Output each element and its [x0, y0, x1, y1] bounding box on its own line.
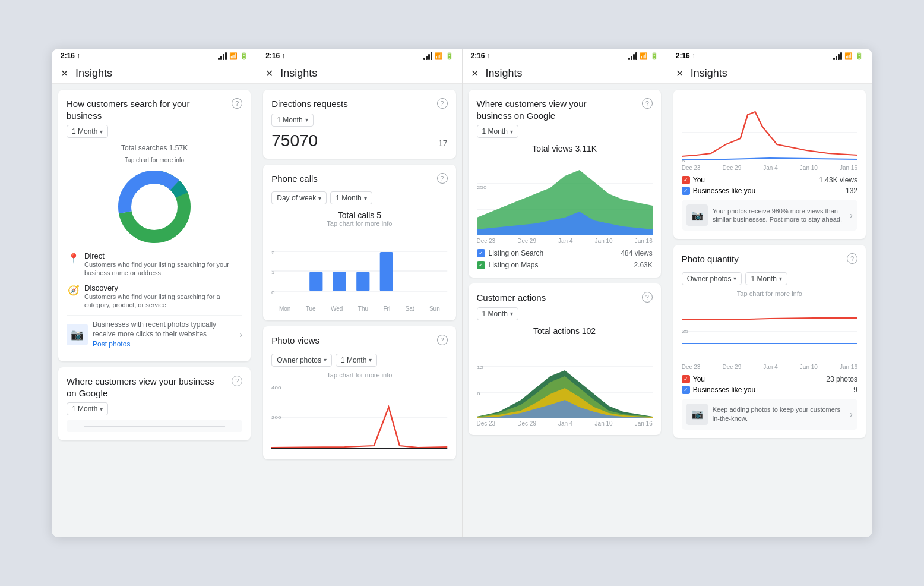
promo-row[interactable]: 📷 Businesses with recent photos typicall… [67, 315, 242, 353]
donut-tap: Tap chart for more info [125, 157, 184, 163]
you-checkbox-photos[interactable]: ✓ [682, 375, 690, 383]
customer-actions-filter[interactable]: 1 Month ▾ [477, 307, 518, 320]
photo-quantity-help[interactable]: ? [847, 253, 857, 264]
header-2: ✕ Insights [257, 62, 461, 84]
views-google-title: Where customers view your business on Go… [477, 98, 607, 121]
legend-discovery: 🧭 Discovery Customers who find your list… [67, 283, 242, 310]
svg-text:250: 250 [477, 185, 486, 190]
wifi-icon-2: 📶 [435, 52, 443, 60]
header-title-3: Insights [486, 67, 523, 80]
directions-value-row: 75070 17 [271, 131, 447, 150]
pq-month-arrow: ▾ [779, 275, 782, 282]
search-legend-row: ✓ Listing on Search 484 views [477, 249, 653, 257]
actions-date-axis: Dec 23 Dec 29 Jan 4 Jan 10 Jan 16 [477, 420, 653, 427]
directions-help-icon[interactable]: ? [437, 98, 448, 109]
search-help-icon[interactable]: ? [232, 98, 242, 109]
photo-tip-row[interactable]: 📷 Your photos receive 980% more views th… [682, 200, 857, 231]
search-checkbox[interactable]: ✓ [477, 249, 485, 257]
phone-calls-filter1[interactable]: Day of week ▾ [271, 191, 327, 204]
biz-check-photos: ✓ Businesses like you [682, 386, 755, 394]
search-card-header: How customers search for your business ? [67, 98, 242, 121]
svg-text:6: 6 [477, 390, 480, 396]
promo-content: Businesses with recent photos typically … [93, 320, 235, 348]
close-button-3[interactable]: ✕ [471, 68, 479, 79]
pq-dec29: Dec 29 [723, 364, 742, 370]
directions-filter[interactable]: 1 Month ▾ [271, 114, 313, 127]
phone-calls-title: Phone calls [271, 173, 318, 185]
dropdown-arrow-dir: ▾ [305, 116, 308, 123]
close-button-4[interactable]: ✕ [676, 68, 683, 79]
close-button-2[interactable]: ✕ [265, 68, 273, 79]
svg-rect-11 [309, 272, 322, 291]
maps-checkbox[interactable]: ✓ [477, 261, 485, 269]
photo-views-filters: Owner photos ▾ 1 Month ▾ [271, 350, 447, 367]
discovery-icon: 🧭 [68, 285, 80, 296]
time-4: 2:16 ↑ [676, 52, 695, 60]
phone-calls-filter2[interactable]: 1 Month ▾ [330, 191, 372, 204]
phone-calls-card: Phone calls ? Day of week ▾ 1 Month ▾ To… [263, 165, 455, 321]
customer-actions-help[interactable]: ? [642, 292, 653, 303]
photo-quantity-filter1[interactable]: Owner photos ▾ [682, 272, 742, 285]
act-dec29: Dec 29 [517, 420, 536, 427]
directions-value: 75070 [271, 131, 318, 150]
biz-checkbox-views[interactable]: ✓ [682, 187, 690, 195]
biz-value-photos: 9 [853, 386, 857, 394]
phone-calls-chart: 0 1 2 [271, 232, 447, 303]
phone-calls-help-icon[interactable]: ? [437, 173, 448, 184]
search-legend-left: ✓ Listing on Search [477, 249, 544, 257]
panel-4: 2:16 ↑ 📶 🔋 ✕ Insights [667, 49, 872, 537]
act-jan10: Jan 10 [595, 420, 613, 427]
day-tue: Tue [306, 305, 316, 312]
photo-tip-icon: 📷 [686, 204, 708, 226]
status-bar-2: 2:16 ↑ 📶 🔋 [257, 49, 461, 62]
svg-text:25: 25 [682, 328, 688, 333]
preview-line [84, 426, 225, 427]
views-google-help[interactable]: ? [642, 98, 653, 109]
date-dec29: Dec 29 [517, 238, 536, 244]
photo-views-filter1[interactable]: Owner photos ▾ [271, 354, 332, 367]
header-title-1: Insights [75, 67, 112, 80]
photo-views-card: Photo views ? Owner photos ▾ 1 Month ▾ T… [263, 326, 455, 459]
phone-calls-total: Total calls 5 [271, 210, 447, 220]
search-filter-dropdown[interactable]: 1 Month ▾ [67, 125, 108, 138]
close-button-1[interactable]: ✕ [61, 68, 68, 79]
photo-quantity-tap: Tap chart for more info [682, 290, 857, 297]
status-icons-4: 📶 🔋 [833, 52, 863, 60]
wifi-icon-1: 📶 [229, 52, 238, 60]
photo-views-help-icon[interactable]: ? [437, 335, 448, 345]
photo-views-filter2[interactable]: 1 Month ▾ [336, 354, 377, 367]
photo-tip-row-2[interactable]: 📷 Keep adding photos to keep your custom… [682, 399, 857, 430]
you-row-photos: ✓ You 23 photos [682, 375, 857, 383]
biz-value-views: 132 [846, 187, 857, 195]
where-view-filter-bottom[interactable]: 1 Month ▾ [67, 402, 108, 415]
biz-label-photos: Businesses like you [693, 386, 755, 394]
search-legend-label: Listing on Search [489, 249, 544, 257]
biz-checkbox-photos[interactable]: ✓ [682, 386, 690, 394]
customer-actions-header: Customer actions ? [477, 292, 653, 304]
promo-link[interactable]: Post photos [93, 340, 235, 348]
views-area-chart: 0 250 [477, 158, 653, 235]
where-view-help-bottom[interactable]: ? [232, 376, 242, 386]
day-sat: Sat [406, 305, 414, 312]
photo-quantity-chart: 25 [682, 302, 857, 361]
time-3: 2:16 ↑ [471, 52, 491, 60]
direct-desc: Customers who find your listing searchin… [84, 260, 241, 278]
you-check-mark-views: ✓ [683, 177, 688, 183]
donut-total: Total searches 1.57K [121, 144, 188, 152]
pc-dec29: Dec 29 [723, 165, 742, 171]
where-view-header-bottom: Where customers view your business on Go… [67, 376, 242, 399]
you-checkbox-views[interactable]: ✓ [682, 176, 690, 184]
day-mon: Mon [279, 305, 290, 312]
battery-icon-2: 🔋 [445, 52, 454, 60]
you-label-photos: You [693, 375, 705, 383]
photo-tip-chevron-2: › [850, 409, 853, 419]
maps-legend-left: ✓ Listing on Maps [477, 261, 539, 269]
bar-chart-svg: 0 1 2 [271, 232, 447, 303]
views-google-filter[interactable]: 1 Month ▾ [477, 125, 518, 138]
vg-arrow: ▾ [510, 128, 513, 135]
svg-text:200: 200 [271, 414, 281, 420]
biz-label-views: Businesses like you [693, 187, 755, 195]
photo-quantity-filter2[interactable]: 1 Month ▾ [745, 272, 787, 285]
photo-compare-date-axis: Dec 23 Dec 29 Jan 4 Jan 10 Jan 16 [682, 165, 857, 171]
header-title-2: Insights [280, 67, 317, 80]
